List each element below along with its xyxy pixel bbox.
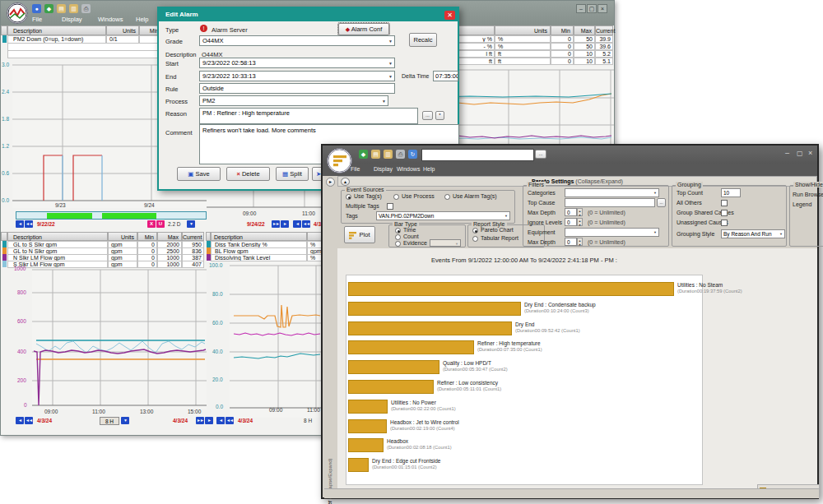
categories-combobox[interactable]: ▼ [565,188,659,197]
globe-icon[interactable]: ● [32,4,41,13]
trend-menu-help[interactable]: Help [136,16,148,23]
table2-cell[interactable]: 0 [551,58,574,65]
table2-cell[interactable]: 5.1 [595,58,613,65]
grouping-style-combobox[interactable]: By Reason And Run▼ [721,229,785,238]
expand-right-icon[interactable]: ▸ [326,178,335,187]
trend-menu-file[interactable]: File [32,16,42,23]
spinner-arrows[interactable]: ▴▾ [577,238,583,246]
use-alarm-tags-radio[interactable] [444,194,450,200]
max-depth2-spinner[interactable]: 0 [565,238,577,246]
chevron-down-icon[interactable]: ▼ [388,36,393,46]
reason-browse-button[interactable]: ... [422,111,433,120]
spinner-arrows[interactable]: ▴▾ [577,218,583,226]
chevron-down-icon[interactable]: ▼ [653,229,657,236]
tag-icon[interactable]: ◆ [359,150,368,159]
nav-step-back-button[interactable]: ◄ [16,417,24,424]
close-icon[interactable]: × [808,149,812,157]
all-others-label[interactable]: All Others [677,200,702,206]
pareto-bar[interactable] [348,438,384,452]
legend-label[interactable]: Legend [793,201,811,207]
pareto-menu-display[interactable]: Display [374,166,393,172]
table2-cell[interactable]: 10 [574,58,595,65]
table3-header-units[interactable]: Units [108,232,137,241]
table2-cell[interactable]: 10 [574,50,595,58]
pareto-bar[interactable] [348,400,388,414]
chevron-down-icon[interactable]: ▼ [779,230,783,238]
chevron-down-icon[interactable]: ▼ [388,72,393,81]
table4-header-description[interactable]: Description [211,232,307,241]
pareto-menu-file[interactable]: File [351,166,360,172]
table2-cell[interactable]: 5.2 [595,50,613,58]
tags-combobox[interactable]: VAN.PHD.02PM2Down▼ [376,211,510,220]
copy-icon[interactable]: ▤ [57,4,66,13]
table2-cell[interactable]: ft [495,58,551,65]
print-icon[interactable]: ⎙ [396,150,405,159]
use-process-radio[interactable] [393,194,399,200]
use-alarm-tags-label[interactable]: Use Alarm Tag(s) [453,193,497,199]
table2-cell[interactable]: % [495,43,551,50]
table2-header-max[interactable]: Max [574,25,595,35]
pareto-chart-label[interactable]: Pareto Chart [481,227,514,233]
trend-maximize-button[interactable]: ▢ [587,4,597,13]
pareto-titlebar[interactable]: ◆ ▤ ▥ ⎙ ↻ ... – ▢ × [323,146,817,164]
pareto-bar[interactable] [348,321,512,335]
delete-button[interactable]: × Delete [226,167,270,181]
x-axis-button[interactable]: X [147,220,156,228]
nav-page-forward-button[interactable]: ►► [196,417,204,424]
trend-menu-display[interactable]: Display [62,16,82,23]
trend-minimize-button[interactable]: – [576,4,586,13]
rule-field[interactable]: Outside [199,83,395,94]
table2-cell[interactable]: 39.9 [595,35,613,43]
time-range-selector[interactable]: 8 H [100,417,119,425]
bar-type-evidence-label[interactable]: Evidence [403,240,427,246]
pareto-bar[interactable] [348,340,474,354]
table3-cell[interactable]: gpm [108,261,137,268]
bar-type-time-label[interactable]: Time [403,227,416,233]
nav-step-forward-button[interactable]: ► [281,220,289,228]
print-icon[interactable]: ⎙ [81,4,91,13]
paste-icon[interactable]: ▥ [69,4,78,13]
reason-clear-button[interactable]: * [435,111,444,120]
group-shared-causes-checkbox[interactable] [721,210,728,216]
delta-time-field[interactable]: 07:35:00 [433,71,458,81]
ignore-levels-spinner[interactable]: 0 [565,218,577,226]
copy-icon[interactable]: ▤ [371,150,380,159]
table3-header-max[interactable]: Max [157,232,182,241]
nav-page-back-button[interactable]: ◄◄ [226,417,234,424]
top-cause-field[interactable] [565,198,655,207]
nav-page-back-button[interactable]: ◄◄ [25,417,33,424]
use-tags-radio[interactable] [346,194,351,200]
table2-cell[interactable]: % [495,35,551,43]
nav-step-back-button[interactable]: ◄ [216,417,225,424]
table3-header-min[interactable]: Min [137,232,157,241]
bar-type-count-radio[interactable] [395,234,401,240]
timeline-scrollbar[interactable] [16,211,207,220]
table3-cell[interactable]: 1000 [157,261,182,268]
split-button[interactable]: ▦ Split [276,167,309,181]
chevron-down-icon[interactable]: ▼ [504,212,508,220]
top-cause-browse-button[interactable]: ... [657,198,666,207]
pareto-bar[interactable] [348,419,387,433]
tag-icon[interactable]: ◆ [44,4,53,13]
save-button[interactable]: ▣ Save [177,167,221,181]
pareto-menu-help[interactable]: Help [423,166,435,172]
alarm-conf-button[interactable]: ◆ Alarm Conf [338,23,389,35]
table1-header-units[interactable]: Units [106,25,139,35]
chevron-down-icon[interactable]: ▼ [653,189,657,197]
bar-type-count-label[interactable]: Count [403,234,419,239]
spinner-arrows[interactable]: ▴▾ [577,208,583,216]
tabular-report-label[interactable]: Tabular Report [481,235,518,241]
multiple-tags-checkbox[interactable] [387,203,393,210]
table2-cell[interactable]: 0 [551,50,574,58]
table2-header-min[interactable]: Min [551,25,574,35]
table2-header-units[interactable]: Units [495,25,551,35]
plot-button[interactable]: Plot [344,226,375,243]
titlebar-search-input[interactable] [421,149,534,161]
evidence-combobox[interactable]: ▼ [430,239,461,247]
pareto-bar[interactable] [348,458,369,472]
pareto-bar[interactable] [348,302,521,316]
table2-cell[interactable]: 0 [551,35,574,43]
table2-cell[interactable]: 50 [574,43,595,50]
tabular-report-radio[interactable] [472,236,478,242]
use-process-label[interactable]: Use Process [402,193,435,199]
